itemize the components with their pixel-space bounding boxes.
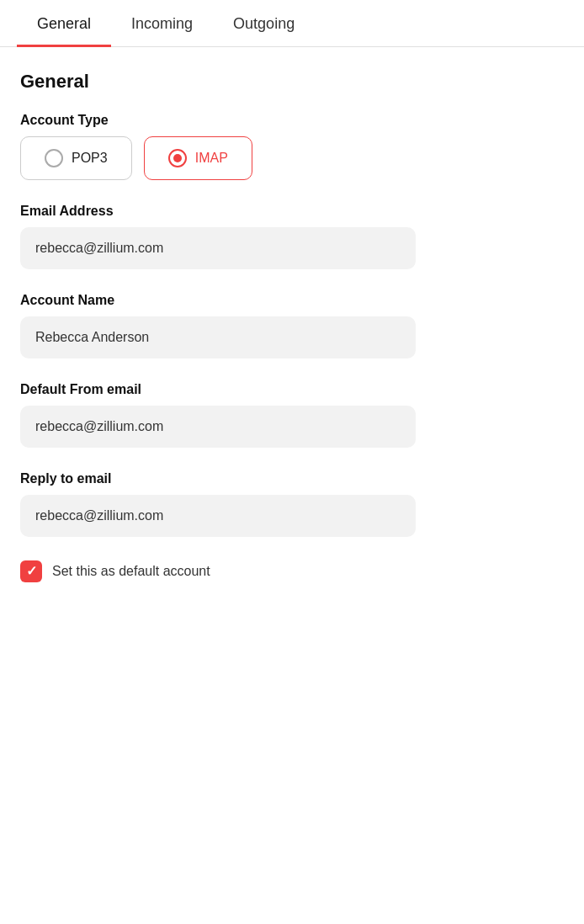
account-type-group: Account Type POP3 IMAP [20, 113, 564, 180]
imap-radio-outer [168, 149, 187, 167]
account-name-group: Account Name [20, 293, 564, 358]
default-from-email-label: Default From email [20, 382, 564, 397]
default-from-email-group: Default From email [20, 382, 564, 448]
reply-to-email-group: Reply to email [20, 471, 564, 537]
pop3-label: POP3 [72, 151, 108, 166]
account-type-pop3[interactable]: POP3 [20, 136, 132, 180]
email-address-group: Email Address [20, 204, 564, 269]
email-address-label: Email Address [20, 204, 564, 219]
default-account-label: Set this as default account [52, 564, 210, 579]
tab-outgoing-label: Outgoing [233, 15, 295, 32]
default-from-email-input[interactable] [20, 406, 416, 448]
account-name-label: Account Name [20, 293, 564, 308]
email-address-input[interactable] [20, 227, 416, 269]
imap-radio-inner [173, 154, 182, 162]
account-type-imap[interactable]: IMAP [144, 136, 252, 180]
tab-general-label: General [37, 15, 91, 32]
tab-incoming[interactable]: Incoming [111, 0, 213, 47]
account-type-options: POP3 IMAP [20, 136, 564, 180]
reply-to-email-label: Reply to email [20, 471, 564, 486]
default-account-checkbox[interactable]: ✓ [20, 560, 42, 582]
reply-to-email-input[interactable] [20, 495, 416, 537]
checkmark-icon: ✓ [26, 565, 37, 578]
tab-general[interactable]: General [17, 0, 111, 47]
tab-outgoing[interactable]: Outgoing [213, 0, 315, 47]
tab-bar: General Incoming Outgoing [0, 0, 584, 47]
account-name-input[interactable] [20, 316, 416, 358]
default-account-row: ✓ Set this as default account [20, 560, 564, 582]
section-title: General [20, 71, 564, 93]
account-type-label: Account Type [20, 113, 564, 128]
imap-label: IMAP [195, 151, 228, 166]
pop3-radio-outer [45, 149, 63, 167]
tab-incoming-label: Incoming [131, 15, 193, 32]
main-content: General Account Type POP3 IMAP Email Add… [0, 47, 584, 606]
